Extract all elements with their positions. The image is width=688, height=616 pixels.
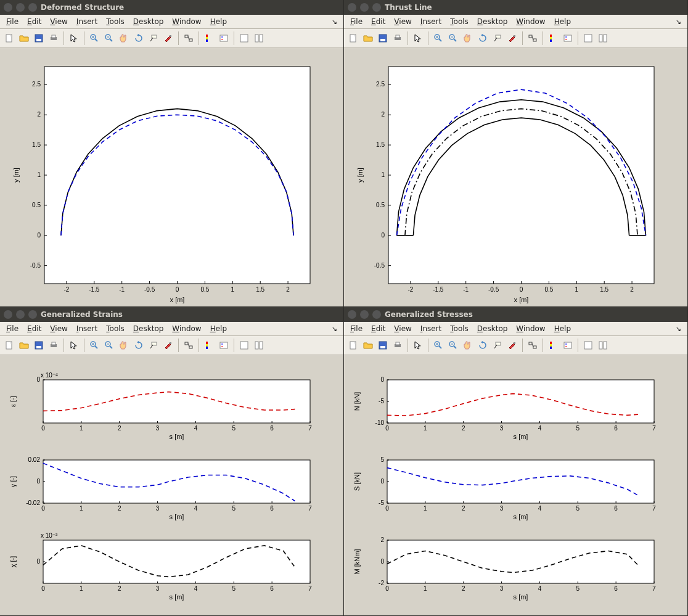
datatip-icon[interactable] [147,31,160,45]
link-icon[interactable] [182,339,195,352]
pointer-icon[interactable] [411,339,425,352]
maximize-icon[interactable] [28,3,37,12]
colorbar-icon[interactable] [202,339,216,352]
menu-view[interactable]: View [394,17,411,26]
plot-area[interactable]: 01234567-10-50s [m]N [kN]01234567-505s [… [344,355,687,615]
close-icon[interactable] [348,310,356,319]
maximize-icon[interactable] [372,310,381,319]
brush-icon[interactable] [506,31,519,45]
menu-file[interactable]: File [6,324,18,333]
menu-help[interactable]: Help [210,324,227,333]
zoom-out-icon[interactable] [102,339,116,352]
zoom-in-icon[interactable] [432,31,445,45]
print-icon[interactable] [47,339,60,352]
menu-edit[interactable]: Edit [27,324,41,333]
pointer-icon[interactable] [67,31,81,45]
legend-icon[interactable] [561,31,575,45]
colorbar-icon[interactable] [546,339,560,352]
datatip-icon[interactable] [147,339,160,352]
menu-insert[interactable]: Insert [76,17,97,26]
titlebar[interactable]: Generalized Stresses [344,307,687,322]
minimize-icon[interactable] [360,310,369,319]
save-icon[interactable] [32,339,46,352]
zoom-out-icon[interactable] [446,339,460,352]
maximize-icon[interactable] [372,3,381,12]
subplot2-icon[interactable] [252,339,266,352]
new-file-icon[interactable] [2,31,16,45]
new-file-icon[interactable] [2,339,16,352]
close-icon[interactable] [348,3,356,12]
open-icon[interactable] [361,339,375,352]
link-icon[interactable] [526,31,539,45]
subplot1-icon[interactable] [581,31,595,45]
minimize-icon[interactable] [16,310,25,319]
plot-area[interactable]: 01234567-10x 10⁻⁴s [m]ε [-]01234567-0.02… [0,355,343,615]
open-icon[interactable] [17,31,31,45]
subplot1-icon[interactable] [237,31,251,45]
rotate-icon[interactable] [132,31,145,45]
datatip-icon[interactable] [491,339,504,352]
open-icon[interactable] [361,31,375,45]
menu-file[interactable]: File [6,17,18,26]
colorbar-icon[interactable] [546,31,560,45]
subplot2-icon[interactable] [596,31,610,45]
rotate-icon[interactable] [476,31,489,45]
menu-insert[interactable]: Insert [420,17,441,26]
save-icon[interactable] [376,31,390,45]
titlebar[interactable]: Generalized Strains [0,307,343,322]
subplot2-icon[interactable] [596,339,610,352]
zoom-out-icon[interactable] [102,31,116,45]
close-icon[interactable] [4,310,12,319]
brush-icon[interactable] [162,339,175,352]
menu-insert[interactable]: Insert [420,324,441,333]
subplot1-icon[interactable] [581,339,595,352]
datatip-icon[interactable] [491,31,504,45]
rotate-icon[interactable] [476,339,489,352]
minimize-icon[interactable] [360,3,369,12]
menu-help[interactable]: Help [554,17,571,26]
pan-icon[interactable] [461,31,475,45]
menu-desktop[interactable]: Desktop [133,17,164,26]
menu-edit[interactable]: Edit [371,17,385,26]
link-icon[interactable] [526,339,539,352]
menu-window[interactable]: Window [516,17,545,26]
print-icon[interactable] [47,31,60,45]
zoom-in-icon[interactable] [88,31,101,45]
menu-tools[interactable]: Tools [450,17,469,26]
pan-icon[interactable] [117,339,131,352]
menu-view[interactable]: View [394,324,411,333]
zoom-in-icon[interactable] [432,339,445,352]
menu-view[interactable]: View [50,17,67,26]
save-icon[interactable] [32,31,46,45]
pointer-icon[interactable] [411,31,425,45]
menu-tools[interactable]: Tools [106,324,125,333]
menu-window[interactable]: Window [516,324,545,333]
brush-icon[interactable] [506,339,519,352]
menu-expand-icon[interactable]: ↘ [676,18,681,26]
new-file-icon[interactable] [346,31,360,45]
subplot1-icon[interactable] [237,339,251,352]
zoom-in-icon[interactable] [88,339,101,352]
menu-edit[interactable]: Edit [371,324,385,333]
menu-file[interactable]: File [350,324,362,333]
close-icon[interactable] [4,3,12,12]
new-file-icon[interactable] [346,339,360,352]
rotate-icon[interactable] [132,339,145,352]
menu-desktop[interactable]: Desktop [477,17,508,26]
open-icon[interactable] [17,339,31,352]
save-icon[interactable] [376,339,390,352]
menu-file[interactable]: File [350,17,362,26]
menu-edit[interactable]: Edit [27,17,41,26]
legend-icon[interactable] [561,339,575,352]
titlebar[interactable]: Thrust Line [344,0,687,15]
menu-help[interactable]: Help [554,324,571,333]
minimize-icon[interactable] [16,3,25,12]
print-icon[interactable] [391,339,404,352]
legend-icon[interactable] [217,31,231,45]
brush-icon[interactable] [162,31,175,45]
menu-expand-icon[interactable]: ↘ [332,18,337,26]
plot-area[interactable]: -2-1.5-1-0.500.511.52-0.500.511.522.5x [… [0,48,343,306]
pointer-icon[interactable] [67,339,81,352]
menu-tools[interactable]: Tools [450,324,469,333]
menu-help[interactable]: Help [210,17,227,26]
